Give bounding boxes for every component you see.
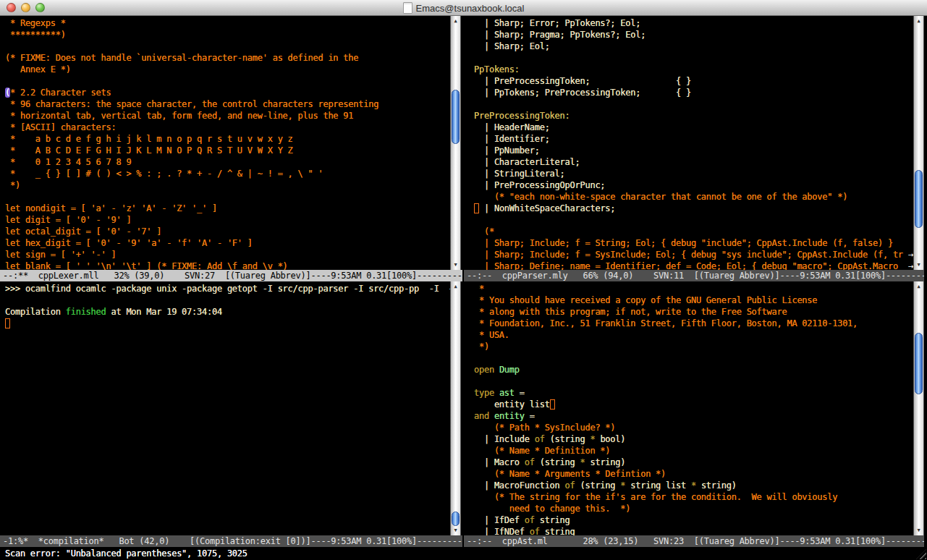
source-line [474, 352, 914, 364]
source-line: (* Path * SysInclude? *) [474, 422, 914, 433]
scroll-down-arrow-icon[interactable]: ▼ [914, 260, 923, 269]
source-line: | Identifier; [474, 133, 914, 145]
source-line: * [474, 283, 914, 294]
buffer-compilation[interactable]: >>> ocamlfind ocamlc -package unix -pack… [0, 281, 455, 537]
source-line: (* Name * Arguments * Defintion *) [474, 468, 914, 480]
source-line: entity list [474, 399, 914, 410]
source-line: * USA. [474, 329, 914, 341]
modeline-cppparser[interactable]: --:-- cppParser.mly 66% (94,0) SVN:11 [(… [464, 270, 924, 281]
source-line: * A B C D E F G H I J K L M N O P Q R S … [5, 145, 455, 156]
source-line: | NonWhiteSpaceCharacters; [474, 203, 914, 214]
emacs-frame: * Regexps * **********)(* FIXME: Does no… [0, 16, 927, 560]
source-line: | Sharp; Include; f = SysInclude; Eol; {… [474, 249, 914, 260]
source-line: | CharacterLiteral; [474, 156, 914, 168]
source-line: (* FIXME: Does not handle `universal-cha… [5, 52, 455, 64]
minibuffer-echo-area[interactable]: Scan error: "Unbalanced parentheses", 10… [0, 547, 927, 560]
source-line [5, 191, 455, 203]
source-line: let nondigit = [ 'a' - 'z' 'A' - 'Z' '_'… [5, 203, 455, 214]
source-line: >>> ocamlfind ocamlc -package unix -pack… [5, 283, 455, 294]
source-line [5, 318, 455, 329]
scrollbar-thumb[interactable] [452, 90, 460, 144]
source-line: * [ASCII] characters: [5, 122, 455, 133]
source-line: need to change this. *) [474, 503, 914, 514]
source-line: | Sharp; Include; f = String; Eol; { deb… [474, 237, 914, 249]
document-icon [403, 2, 412, 14]
source-line: | Include of (string * bool) [474, 433, 914, 445]
source-line: PpTokens: [474, 64, 914, 75]
scrollbar-top-right[interactable]: ▲ ▼ [913, 16, 924, 270]
source-line: * horizontal tab, vertical tab, form fee… [5, 110, 455, 122]
window-title: Emacs@tsunaxbook.local [416, 3, 525, 14]
source-line: (* [474, 226, 914, 237]
source-line [474, 214, 914, 226]
source-line: Compilation finished at Mon Mar 19 07:34… [5, 306, 455, 318]
source-line: | PpNumber; [474, 145, 914, 156]
source-line [5, 75, 455, 87]
source-line: | MacroFunction of (string * string list… [474, 480, 914, 491]
modeline-cpplexer[interactable]: --:** cppLexer.mll 32% (39,0) SVN:27 [(T… [0, 270, 462, 281]
source-line: (* 2.2 Character sets [5, 87, 455, 98]
scroll-down-arrow-icon[interactable]: ▼ [451, 526, 460, 535]
source-line: | Sharp; Pragma; PpTokens?; Eol; [474, 29, 914, 41]
modeline-compilation[interactable]: -1:%* *compilation* Bot (42,0) [(Compila… [0, 535, 462, 547]
source-line: * Regexps * [5, 17, 455, 29]
source-line: | StringLiteral; [474, 168, 914, 179]
modeline-cppast[interactable]: --:-- cppAst.ml 28% (23,15) SVN:23 [(Tua… [464, 535, 924, 547]
source-line: (* The string for the if's are for the c… [474, 491, 914, 503]
scrollbar-top-left[interactable]: ▲ ▼ [450, 16, 461, 270]
scroll-down-arrow-icon[interactable]: ▼ [914, 526, 923, 535]
buffer-cpplexer-mll[interactable]: * Regexps * **********)(* FIXME: Does no… [0, 16, 455, 271]
source-line: let digit = [ '0' - '9' ] [5, 214, 455, 226]
scroll-up-arrow-icon[interactable]: ▲ [914, 17, 923, 25]
window-title-area: Emacs@tsunaxbook.local [0, 0, 927, 16]
source-line: | HeaderName; [474, 122, 914, 133]
source-line: | PpTokens; PreProcessingToken; { } [474, 87, 914, 98]
emacs-window: Emacs@tsunaxbook.local * Regexps * *****… [0, 0, 927, 560]
scrollbar-thumb[interactable] [915, 333, 923, 394]
source-line: *) [5, 179, 455, 191]
source-line: Annex E *) [5, 64, 455, 75]
source-line: let octal_digit = [ '0' - '7' ] [5, 226, 455, 237]
scroll-up-arrow-icon[interactable]: ▲ [451, 17, 460, 25]
source-line: * 0 1 2 3 4 5 6 7 8 9 [5, 156, 455, 168]
source-line: | Sharp; Eol; [474, 41, 914, 52]
scrollbar-bottom-right[interactable]: ▲ ▼ [913, 281, 924, 535]
scroll-up-arrow-icon[interactable]: ▲ [451, 282, 460, 291]
source-line: * along with this program; if not, write… [474, 306, 914, 318]
source-line [5, 294, 455, 306]
source-line: and entity = [474, 410, 914, 422]
source-line: * 96 characters: the space character, th… [5, 98, 455, 110]
source-line: | PreProcessingOpOrPunc; [474, 179, 914, 191]
source-line: | Sharp; Error; PpTokens?; Eol; [474, 17, 914, 29]
source-line: *) [474, 341, 914, 352]
source-line: | IfDef of string [474, 514, 914, 526]
source-line: * Foundation, Inc., 51 Franklin Street, … [474, 318, 914, 329]
source-line: PreProcessingToken: [474, 110, 914, 122]
source-line: let hex_digit = [ '0' - '9' 'a' - 'f' 'A… [5, 237, 455, 249]
source-line: let sign = [ '+' '-' ] [5, 249, 455, 260]
scroll-up-arrow-icon[interactable]: ▲ [914, 282, 923, 291]
source-line: type ast = [474, 387, 914, 399]
buffer-cppparser-mly[interactable]: | Sharp; Error; PpTokens?; Eol; | Sharp;… [468, 16, 914, 271]
source-line: open Dump [474, 364, 914, 376]
source-line [474, 376, 914, 387]
source-line [5, 41, 455, 52]
scrollbar-thumb[interactable] [452, 512, 460, 526]
scroll-down-arrow-icon[interactable]: ▼ [451, 260, 460, 269]
buffer-cppast-ml[interactable]: * * You should have received a copy of t… [468, 281, 914, 537]
source-line [474, 98, 914, 110]
source-line: | Macro of (string * string) [474, 457, 914, 468]
source-line: * You should have received a copy of the… [474, 294, 914, 306]
titlebar[interactable]: Emacs@tsunaxbook.local [0, 0, 927, 16]
source-line: (* "each non-white-space character that … [474, 191, 914, 203]
source-line [474, 52, 914, 64]
scrollbar-bottom-left[interactable]: ▲ ▼ [450, 281, 461, 535]
source-line: **********) [5, 29, 455, 41]
source-line: * a b c d e f g h i j k l m n o p q r s … [5, 133, 455, 145]
source-line: * _ { } [ ] # ( ) < > % : ; . ? * + - / … [5, 168, 455, 179]
source-line: | PreProcessingToken; { } [474, 75, 914, 87]
source-line: (* Name * Definition *) [474, 445, 914, 457]
scrollbar-thumb[interactable] [915, 170, 923, 228]
